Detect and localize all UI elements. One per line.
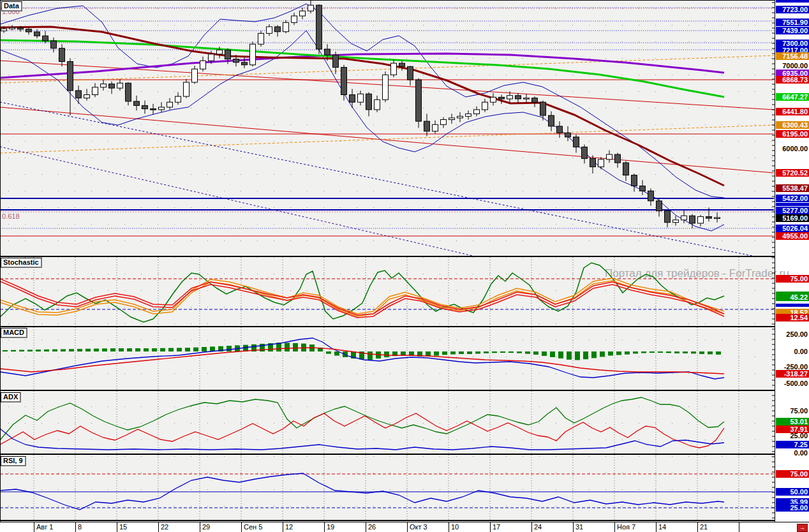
time-axis-label: Ноя 7 (617, 523, 635, 531)
price-axis-badge: 6300.43 (776, 121, 809, 129)
macd-histogram-bar (144, 348, 149, 351)
adx-axis-badge: 37.91 (776, 425, 809, 433)
time-axis-label: 10 (451, 523, 459, 531)
scroll-to-end-icon[interactable]: → (797, 524, 808, 532)
candle-down (225, 50, 231, 59)
candle-up (175, 96, 181, 102)
candle-down (706, 217, 712, 219)
candle-up (598, 159, 604, 167)
macd-histogram-bar (716, 351, 721, 355)
candle-up (267, 27, 272, 33)
candle-down (234, 59, 239, 63)
macd-histogram-bar (567, 351, 572, 360)
candle-down (51, 41, 57, 48)
candle-up (93, 87, 98, 95)
candle-down (126, 83, 131, 101)
candle-up (524, 98, 530, 100)
macd-axis-label: -500.00 (775, 380, 808, 387)
indicator-header-stochastic[interactable]: Stochastic (1, 258, 42, 268)
time-axis-separator (200, 522, 200, 532)
time-axis: → Авг 18152229Сен 5121926Окт 310172431Но… (0, 522, 809, 532)
macd-axis-label: 250.00 (775, 330, 808, 338)
macd-histogram-bar (135, 348, 140, 351)
macd-histogram-bar (459, 351, 464, 354)
candle-down (34, 32, 40, 36)
candle-up (391, 63, 397, 75)
macd-histogram-bar (384, 351, 389, 357)
price-axis-badge: 7156.48 (776, 52, 809, 60)
price-axis-column: 7000.006000.007723.007551.907439.007300.… (775, 0, 809, 522)
time-axis-separator (283, 522, 283, 532)
macd-histogram-bar (691, 351, 696, 353)
time-axis-separator (75, 522, 76, 532)
macd-histogram-bar (334, 351, 339, 355)
indicator-header-adx[interactable]: ADX (1, 392, 21, 403)
time-axis-label: 8 (78, 523, 82, 531)
macd-histogram-bar (326, 351, 331, 354)
macd-histogram-bar (616, 351, 621, 355)
candle-down (623, 163, 629, 175)
candle-up (1, 29, 7, 31)
rsi-axis-badge: 25.00 (776, 504, 809, 512)
chart-canvas[interactable]: Портал для трейдеров - ForTrader.ru (0, 0, 809, 522)
adx-axis-label: 0.00 (775, 449, 808, 457)
macd-histogram-bar (508, 351, 514, 353)
macd-histogram-bar (434, 351, 439, 356)
candle-down (582, 147, 588, 158)
price-axis-badge: 4955.00 (776, 232, 809, 240)
macd-histogram-bar (666, 351, 671, 353)
candle-down (18, 27, 24, 29)
data-window-button[interactable]: Data (1, 1, 22, 11)
time-axis-separator (407, 522, 408, 532)
candle-down (142, 105, 148, 108)
macd-histogram-bar (226, 346, 232, 351)
candle-down (574, 137, 579, 147)
time-axis-label: 21 (700, 523, 708, 531)
time-axis-separator (739, 522, 739, 532)
candle-up (466, 114, 471, 116)
macd-histogram-bar (36, 350, 41, 351)
candle-down (366, 94, 372, 110)
candle-down (26, 29, 32, 32)
macd-histogram-bar (127, 348, 132, 351)
macd-histogram-bar (19, 350, 24, 351)
macd-histogram-bar (699, 351, 704, 354)
time-axis-separator (241, 522, 242, 532)
time-axis-label: Окт 3 (410, 523, 427, 531)
price-axis-badge: 7439.00 (776, 27, 809, 34)
price-axis-badge: 7551.90 (776, 18, 809, 26)
macd-histogram-bar (367, 351, 373, 360)
macd-histogram-bar (44, 350, 49, 351)
candle-down (557, 126, 563, 133)
candle-down (416, 80, 422, 121)
macd-histogram-bar (583, 351, 588, 359)
macd-histogram-bar (608, 351, 613, 355)
time-axis-separator (490, 522, 491, 532)
candle-up (457, 116, 463, 118)
price-axis-badge: 6441.80 (776, 108, 809, 115)
macd-histogram-bar (484, 351, 489, 353)
time-axis-separator (449, 522, 449, 532)
candle-down (350, 95, 355, 103)
candle-down (43, 36, 48, 41)
stochastic-axis-badge: 45.22 (776, 293, 809, 301)
candle-up (217, 50, 223, 54)
candle-up (441, 120, 447, 125)
macd-axis-label: 0.00 (775, 348, 808, 355)
candle-up (101, 84, 107, 87)
candle-up (117, 83, 123, 88)
macd-histogram-bar (625, 351, 630, 355)
indicator-header-macd[interactable]: MACD (1, 328, 27, 338)
candle-down (648, 191, 654, 201)
price-axis-badge (776, 203, 809, 206)
adx-axis-label: 75.00 (775, 407, 808, 415)
macd-histogram-bar (193, 348, 198, 351)
stochastic-axis-badge: 12.54 (776, 314, 809, 321)
macd-histogram-bar (641, 351, 646, 353)
stochastic-axis-badge (776, 304, 809, 307)
candle-up (283, 22, 289, 31)
time-axis-label: 24 (534, 523, 542, 531)
macd-histogram-bar (533, 351, 538, 355)
candle-down (109, 84, 115, 89)
indicator-header-rsi9[interactable]: RSI, 9 (1, 456, 26, 466)
